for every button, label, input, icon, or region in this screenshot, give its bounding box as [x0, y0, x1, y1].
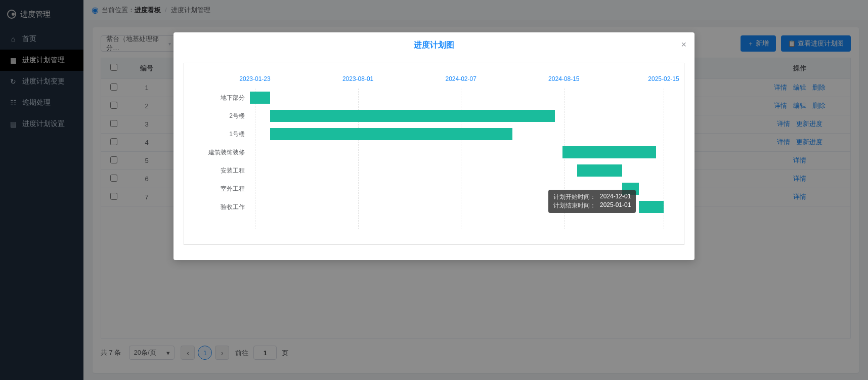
dialog-header: 进度计划图 ×	[173, 32, 695, 58]
gantt-task-label: 地下部分	[184, 94, 250, 102]
grid-line	[664, 89, 664, 229]
gantt-task-label: 验收工作	[184, 203, 250, 212]
gantt-bar[interactable]	[270, 128, 512, 140]
gantt-task-label: 安装工程	[184, 166, 250, 175]
axis-tick: 2023-08-01	[342, 75, 373, 82]
dialog-title: 进度计划图	[414, 40, 454, 51]
gantt-bar[interactable]	[250, 92, 270, 104]
dialog-body: 2023-01-232023-08-012024-02-072024-08-15…	[173, 58, 695, 260]
gantt-row: 地下部分	[184, 89, 664, 107]
gantt-bar[interactable]	[577, 164, 622, 177]
gantt-task-label: 建筑装饰装修	[184, 148, 250, 157]
gantt-row: 1号楼	[184, 125, 664, 143]
gantt-bar[interactable]	[562, 146, 656, 158]
gantt-row: 建筑装饰装修	[184, 143, 664, 161]
gantt-row: 安装工程	[184, 161, 664, 180]
gantt-task-label: 室外工程	[184, 185, 250, 193]
close-icon[interactable]: ×	[681, 39, 686, 50]
axis-tick: 2024-08-15	[548, 75, 579, 82]
gantt-bar[interactable]	[639, 201, 664, 213]
gantt-task-label: 2号楼	[184, 112, 250, 120]
gantt-chart: 2023-01-232023-08-012024-02-072024-08-15…	[184, 63, 684, 245]
gantt-axis: 2023-01-232023-08-012024-02-072024-08-15…	[255, 75, 664, 85]
axis-tick: 2023-01-23	[239, 75, 270, 82]
gantt-bar[interactable]	[270, 110, 555, 122]
gantt-tooltip: 计划开始时间：2024-12-01 计划结束时间：2025-01-01	[548, 190, 636, 213]
axis-tick: 2025-02-15	[648, 75, 679, 82]
gantt-row: 2号楼	[184, 107, 664, 125]
modal-mask[interactable]: 进度计划图 × 2023-01-232023-08-012024-02-0720…	[0, 0, 868, 380]
axis-tick: 2024-02-07	[446, 75, 476, 82]
gantt-task-label: 1号楼	[184, 130, 250, 139]
gantt-dialog: 进度计划图 × 2023-01-232023-08-012024-02-0720…	[173, 32, 695, 260]
